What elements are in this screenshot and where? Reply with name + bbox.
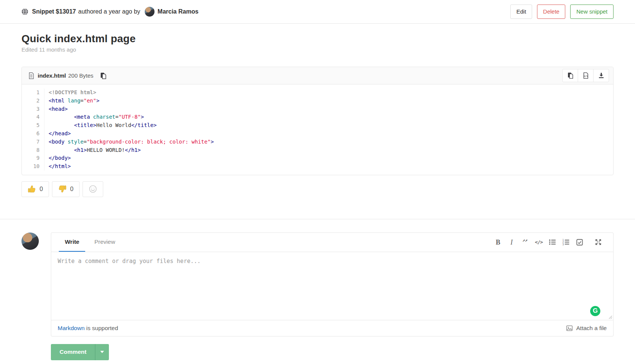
editor-tabs: Write Preview xyxy=(59,233,121,252)
editor-footer: Markdown is supported Attach a file xyxy=(51,320,613,336)
editor-header: Write Preview B I ” </> 1 2 xyxy=(51,233,613,252)
task-list-icon xyxy=(576,239,583,246)
quote-button[interactable]: ” xyxy=(520,237,531,248)
topbar: Snippet $13017 authored a year ago by Ma… xyxy=(0,0,635,24)
copy-file-path-button[interactable] xyxy=(100,72,107,79)
fullscreen-button[interactable] xyxy=(593,237,604,248)
file-header: index.html 200 Bytes < xyxy=(22,67,613,84)
svg-text:3: 3 xyxy=(562,243,564,246)
download-button[interactable] xyxy=(593,69,609,82)
italic-button[interactable]: I xyxy=(506,237,517,248)
resize-handle[interactable] xyxy=(608,315,612,319)
thumbs-up-icon xyxy=(28,185,36,193)
quote-icon: ” xyxy=(522,240,528,245)
thumbs-down-count: 0 xyxy=(70,186,73,193)
file-size: 200 Bytes xyxy=(68,72,93,79)
attach-file-label: Attach a file xyxy=(576,325,607,332)
task-list-button[interactable] xyxy=(574,237,585,248)
thumbs-up-award-button[interactable]: 0 xyxy=(21,181,49,197)
code-line: <body style="background-color: black; co… xyxy=(49,138,214,146)
fullscreen-icon xyxy=(595,239,602,246)
grammarly-letter: G xyxy=(593,307,598,315)
add-reaction-button[interactable] xyxy=(83,181,103,197)
smiley-icon xyxy=(89,185,97,193)
code-line: <!DOCTYPE html> xyxy=(49,89,214,97)
comment-form: Write Preview B I ” </> 1 2 xyxy=(0,232,635,336)
thumbs-down-award-button[interactable]: 0 xyxy=(52,181,80,197)
submit-row: Comment xyxy=(0,344,635,360)
code-line: <h1>HELLO WORLD!</h1> xyxy=(49,146,214,154)
bold-button[interactable]: B xyxy=(493,237,503,248)
award-emoji-row: 0 0 xyxy=(21,181,614,197)
svg-text:</>: </> xyxy=(583,75,588,78)
caret-down-icon xyxy=(100,350,104,353)
bold-icon: B xyxy=(496,239,500,246)
markdown-suffix: is supported xyxy=(85,325,118,331)
code-content: <!DOCTYPE html><html lang="en"><head> <m… xyxy=(44,89,214,171)
authored-text: authored a year ago by xyxy=(78,8,141,15)
comment-textarea[interactable] xyxy=(51,252,613,320)
edit-button[interactable]: Edit xyxy=(510,5,532,19)
public-visibility-globe-icon xyxy=(21,8,28,15)
snippet-content: Quick index.html page Edited 11 months a… xyxy=(0,33,635,197)
open-raw-button[interactable]: </> xyxy=(578,69,594,82)
file-icon xyxy=(28,72,34,79)
write-tab[interactable]: Write xyxy=(59,233,85,252)
snippet-actions: Edit Delete New snippet xyxy=(510,5,614,19)
attach-file-icon xyxy=(566,325,573,332)
markdown-supported-note: Markdown is supported xyxy=(58,325,118,332)
line-number[interactable]: 2 xyxy=(22,97,40,105)
bullet-list-button[interactable] xyxy=(547,237,558,248)
line-number[interactable]: 3 xyxy=(22,105,40,113)
delete-button[interactable]: Delete xyxy=(537,5,565,19)
line-number-column: 12345678910 xyxy=(22,89,44,171)
markdown-editor: Write Preview B I ” </> 1 2 xyxy=(51,232,614,336)
line-number[interactable]: 9 xyxy=(22,154,40,162)
code-line: </body> xyxy=(49,154,214,162)
numbered-list-button[interactable]: 1 2 3 xyxy=(560,237,571,248)
editor-body: G xyxy=(51,252,613,320)
current-user-avatar xyxy=(21,232,39,250)
numbered-list-icon: 1 2 3 xyxy=(562,239,569,246)
line-number[interactable]: 8 xyxy=(22,146,40,154)
grammarly-icon[interactable]: G xyxy=(590,306,600,316)
code-line: <head> xyxy=(49,105,214,113)
author-avatar[interactable] xyxy=(145,7,155,17)
code-line: <title>Hello World</title> xyxy=(49,121,214,130)
line-number[interactable]: 5 xyxy=(22,121,40,130)
code-line: </html> xyxy=(49,162,214,171)
line-number[interactable]: 4 xyxy=(22,113,40,121)
line-number[interactable]: 7 xyxy=(22,138,40,146)
author-name[interactable]: Marcia Ramos xyxy=(158,8,199,15)
formatting-toolbar: B I ” </> 1 2 3 xyxy=(493,233,604,252)
thumbs-up-count: 0 xyxy=(40,186,43,193)
snippet-id: Snippet $13017 xyxy=(32,8,76,15)
file-action-group: </> xyxy=(562,69,609,82)
code-line: </head> xyxy=(49,130,214,138)
page-title: Quick index.html page xyxy=(21,33,614,45)
file-viewer: index.html 200 Bytes < xyxy=(21,67,614,175)
new-snippet-button[interactable]: New snippet xyxy=(570,5,614,19)
code-button[interactable]: </> xyxy=(533,237,544,248)
code-line: <meta charset="UTF-8"> xyxy=(49,113,214,121)
comment-button[interactable]: Comment xyxy=(51,344,95,360)
snippet-meta: Snippet $13017 authored a year ago by Ma… xyxy=(21,7,199,17)
code-line: <html lang="en"> xyxy=(49,97,214,105)
code-blob: 12345678910 <!DOCTYPE html><html lang="e… xyxy=(22,84,613,175)
attach-file-button[interactable]: Attach a file xyxy=(566,325,607,332)
thumbs-down-icon xyxy=(58,185,67,193)
preview-tab[interactable]: Preview xyxy=(88,233,121,252)
line-number[interactable]: 1 xyxy=(22,89,40,97)
code-icon: </> xyxy=(535,239,542,245)
line-number[interactable]: 6 xyxy=(22,130,40,138)
copy-contents-button[interactable] xyxy=(562,69,578,82)
italic-icon: I xyxy=(511,239,513,246)
comment-dropdown-button[interactable] xyxy=(95,344,109,360)
edited-timestamp: Edited 11 months ago xyxy=(21,46,614,53)
section-divider xyxy=(0,219,635,219)
line-number[interactable]: 10 xyxy=(22,162,40,171)
bullet-list-icon xyxy=(549,239,556,246)
file-name: index.html xyxy=(38,72,66,79)
markdown-link[interactable]: Markdown xyxy=(58,325,85,331)
